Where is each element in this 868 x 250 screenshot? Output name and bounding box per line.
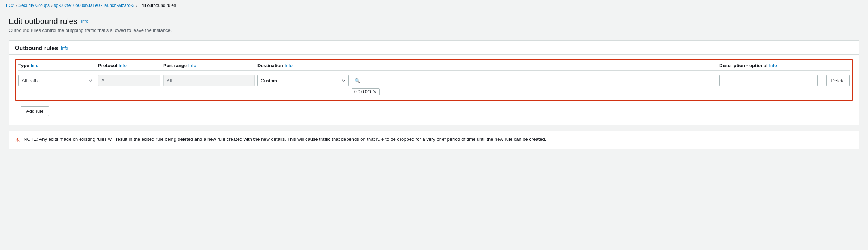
destination-search-wrap: 🔍: [352, 75, 716, 86]
destination-search-input[interactable]: [352, 75, 716, 86]
breadcrumb-sg[interactable]: sg-002fe10b00db3a1e0 - launch-wizard-3: [54, 3, 134, 8]
destination-value-cell: 🔍 0.0.0.0/0 ✕: [352, 75, 719, 95]
protocol-header-label: Protocol: [98, 63, 117, 68]
description-input[interactable]: [719, 75, 818, 86]
portrange-info-link[interactable]: Info: [188, 63, 196, 68]
note-card: ⚠ NOTE: Any edits made on existing rules…: [9, 131, 859, 149]
breadcrumb-sep-1: ›: [16, 3, 17, 8]
page-title: Edit outbound rules: [9, 17, 77, 26]
delete-cell: Delete: [821, 75, 850, 86]
description-cell: [719, 75, 821, 86]
portrange-input: [163, 75, 255, 86]
portrange-cell: [163, 75, 257, 86]
section-header: Outbound rules Info: [9, 41, 859, 55]
col-header-protocol: Protocol Info: [98, 63, 163, 68]
section-title: Outbound rules: [15, 45, 58, 52]
portrange-header-label: Port range: [163, 63, 187, 68]
destination-header-label: Destination: [257, 63, 283, 68]
destination-info-link[interactable]: Info: [285, 63, 293, 68]
destination-cell: CustomAnywhere-IPv4Anywhere-IPv6My IP: [257, 75, 352, 86]
table-row: All trafficCustom TCPCustom UDPAll traff…: [18, 74, 850, 97]
breadcrumb-sep-2: ›: [51, 3, 53, 8]
rules-highlighted-container: Type Info Protocol Info Port range: [15, 59, 853, 101]
add-rule-button[interactable]: Add rule: [21, 106, 49, 116]
breadcrumb-sep-3: ›: [136, 3, 137, 8]
destination-tag-label: 0.0.0.0/0: [354, 89, 371, 94]
breadcrumb-security-groups[interactable]: Security Groups: [18, 3, 50, 8]
search-icon: 🔍: [355, 78, 360, 83]
type-select[interactable]: All trafficCustom TCPCustom UDPAll traff…: [18, 75, 95, 86]
destination-tags: 0.0.0.0/0 ✕: [352, 88, 716, 95]
destination-tag-remove[interactable]: ✕: [373, 89, 377, 94]
protocol-info-link[interactable]: Info: [119, 63, 127, 68]
table-header-row: Type Info Protocol Info Port range: [18, 63, 850, 71]
description-header-label: Description - optional: [719, 63, 768, 68]
col-header-portrange: Port range Info: [163, 63, 257, 68]
outbound-rules-card: Outbound rules Info Type Info Protoc: [9, 40, 859, 125]
section-info-link[interactable]: Info: [61, 46, 68, 51]
col-header-destination: Destination Info: [257, 63, 352, 68]
breadcrumb-ec2[interactable]: EC2: [6, 3, 14, 8]
description-info-link[interactable]: Info: [769, 63, 777, 68]
col-header-type: Type Info: [18, 63, 98, 68]
col-header-description: Description - optional Info: [719, 63, 821, 68]
rules-table-wrapper: Type Info Protocol Info Port range: [9, 55, 859, 125]
type-header-label: Type: [18, 63, 29, 68]
protocol-cell: [98, 75, 163, 86]
destination-tag-item: 0.0.0.0/0 ✕: [352, 88, 380, 95]
add-rule-row: Add rule: [15, 103, 853, 120]
type-info-link[interactable]: Info: [30, 63, 38, 68]
breadcrumb-current: Edit outbound rules: [139, 3, 176, 8]
delete-button[interactable]: Delete: [826, 75, 850, 86]
breadcrumb: EC2 › Security Groups › sg-002fe10b00db3…: [0, 0, 868, 11]
page-description: Outbound rules control the outgoing traf…: [9, 28, 859, 33]
note-text: NOTE: Any edits made on existing rules w…: [24, 136, 546, 142]
protocol-input: [98, 75, 160, 86]
page-info-link[interactable]: Info: [81, 19, 88, 24]
warning-icon: ⚠: [15, 137, 20, 144]
page-title-row: Edit outbound rules Info: [9, 17, 859, 26]
type-cell: All trafficCustom TCPCustom UDPAll traff…: [18, 75, 98, 86]
destination-select[interactable]: CustomAnywhere-IPv4Anywhere-IPv6My IP: [257, 75, 349, 86]
